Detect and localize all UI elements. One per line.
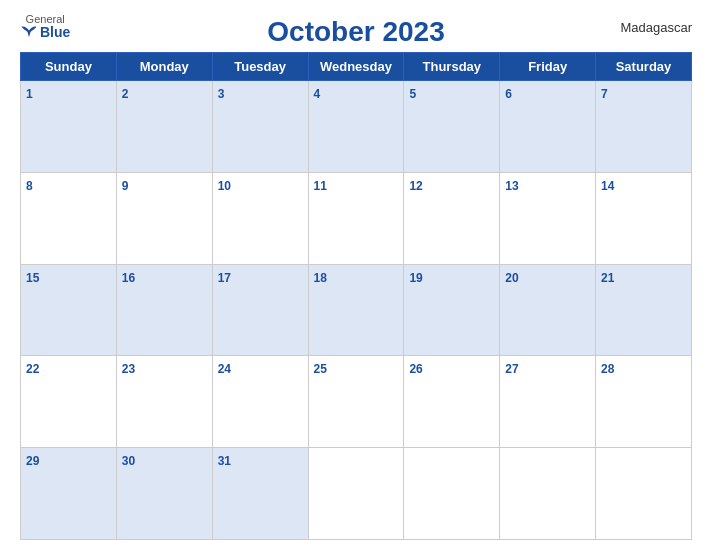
- calendar-cell: 10: [212, 172, 308, 264]
- day-number: 10: [218, 179, 231, 193]
- calendar-cell: 6: [500, 81, 596, 173]
- calendar-cell: 13: [500, 172, 596, 264]
- day-number: 21: [601, 271, 614, 285]
- calendar-cell: 11: [308, 172, 404, 264]
- calendar-cell: 7: [596, 81, 692, 173]
- calendar-week-row: 15161718192021: [21, 264, 692, 356]
- day-number: 22: [26, 362, 39, 376]
- logo-bird-icon: [20, 25, 38, 39]
- day-number: 6: [505, 87, 512, 101]
- logo-blue: Blue: [20, 25, 70, 39]
- calendar-cell: 9: [116, 172, 212, 264]
- day-number: 5: [409, 87, 416, 101]
- calendar-cell: 26: [404, 356, 500, 448]
- calendar-cell: 4: [308, 81, 404, 173]
- calendar-cell: 22: [21, 356, 117, 448]
- day-number: 1: [26, 87, 33, 101]
- calendar-cell: 20: [500, 264, 596, 356]
- day-number: 7: [601, 87, 608, 101]
- calendar-cell: 31: [212, 448, 308, 540]
- calendar-cell: 30: [116, 448, 212, 540]
- calendar-cell: [596, 448, 692, 540]
- calendar-header: General Blue October 2023 Madagascar: [20, 10, 692, 48]
- logo: General Blue: [20, 14, 70, 39]
- calendar-cell: 3: [212, 81, 308, 173]
- calendar-week-row: 293031: [21, 448, 692, 540]
- header-thursday: Thursday: [404, 53, 500, 81]
- calendar-title: October 2023: [267, 16, 444, 48]
- day-number: 26: [409, 362, 422, 376]
- day-number: 28: [601, 362, 614, 376]
- calendar-cell: 23: [116, 356, 212, 448]
- header-wednesday: Wednesday: [308, 53, 404, 81]
- calendar-cell: 1: [21, 81, 117, 173]
- day-number: 18: [314, 271, 327, 285]
- day-number: 15: [26, 271, 39, 285]
- day-number: 14: [601, 179, 614, 193]
- calendar-cell: 29: [21, 448, 117, 540]
- day-number: 4: [314, 87, 321, 101]
- calendar-cell: 24: [212, 356, 308, 448]
- calendar-cell: 18: [308, 264, 404, 356]
- day-number: 30: [122, 454, 135, 468]
- day-number: 19: [409, 271, 422, 285]
- day-number: 3: [218, 87, 225, 101]
- calendar-cell: 2: [116, 81, 212, 173]
- day-number: 12: [409, 179, 422, 193]
- day-number: 27: [505, 362, 518, 376]
- day-number: 11: [314, 179, 327, 193]
- header-monday: Monday: [116, 53, 212, 81]
- calendar-cell: 8: [21, 172, 117, 264]
- calendar-cell: [404, 448, 500, 540]
- calendar-table: Sunday Monday Tuesday Wednesday Thursday…: [20, 52, 692, 540]
- header-tuesday: Tuesday: [212, 53, 308, 81]
- calendar-cell: 25: [308, 356, 404, 448]
- header-sunday: Sunday: [21, 53, 117, 81]
- day-number: 13: [505, 179, 518, 193]
- calendar-cell: 28: [596, 356, 692, 448]
- calendar-week-row: 22232425262728: [21, 356, 692, 448]
- day-number: 31: [218, 454, 231, 468]
- weekday-header-row: Sunday Monday Tuesday Wednesday Thursday…: [21, 53, 692, 81]
- calendar-cell: 5: [404, 81, 500, 173]
- calendar-cell: [308, 448, 404, 540]
- calendar-cell: 12: [404, 172, 500, 264]
- day-number: 29: [26, 454, 39, 468]
- header-saturday: Saturday: [596, 53, 692, 81]
- header-friday: Friday: [500, 53, 596, 81]
- day-number: 23: [122, 362, 135, 376]
- calendar-cell: 16: [116, 264, 212, 356]
- calendar-cell: 17: [212, 264, 308, 356]
- calendar-week-row: 1234567: [21, 81, 692, 173]
- day-number: 2: [122, 87, 129, 101]
- day-number: 8: [26, 179, 33, 193]
- calendar-cell: 15: [21, 264, 117, 356]
- calendar-cell: 27: [500, 356, 596, 448]
- country-label: Madagascar: [620, 20, 692, 35]
- calendar-cell: 14: [596, 172, 692, 264]
- day-number: 20: [505, 271, 518, 285]
- calendar-cell: [500, 448, 596, 540]
- calendar-cell: 19: [404, 264, 500, 356]
- calendar-cell: 21: [596, 264, 692, 356]
- day-number: 17: [218, 271, 231, 285]
- day-number: 9: [122, 179, 129, 193]
- calendar-week-row: 891011121314: [21, 172, 692, 264]
- day-number: 25: [314, 362, 327, 376]
- day-number: 16: [122, 271, 135, 285]
- day-number: 24: [218, 362, 231, 376]
